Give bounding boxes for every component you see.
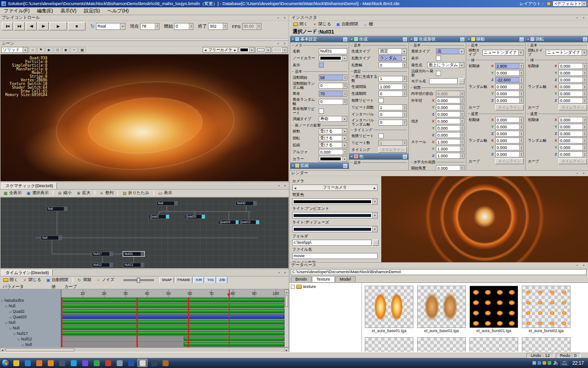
end-frame-field[interactable]: 302▲▼ (208, 23, 227, 30)
outer-radius-x-field[interactable]: 0.000▲▼ (436, 98, 464, 104)
visible-checkbox[interactable] (319, 63, 324, 68)
collapse-icon[interactable]: − (291, 285, 295, 289)
goto-end-button[interactable]: ▶▮ (14, 22, 25, 30)
spinner-buttons[interactable]: ▲▼ (460, 153, 464, 158)
menu-item-3[interactable]: 設定(S) (80, 7, 103, 15)
scroll-up-icon[interactable]: ▲ (285, 290, 288, 294)
spinner-buttons[interactable]: ▲▼ (582, 124, 587, 129)
texture-thumbnail[interactable] (417, 337, 466, 352)
panel-options-icon[interactable] (460, 37, 464, 41)
move-speed-curve-button[interactable]: タイムライン (495, 158, 524, 164)
vanish-type-dropdown[interactable]: 寿命▼ (319, 116, 347, 122)
expand-icon[interactable]: ▷ (14, 332, 16, 335)
spinner-buttons[interactable]: ▲▼ (402, 112, 407, 117)
normal-emit-checkbox[interactable] (436, 71, 441, 76)
schematic-node-Quad20[interactable]: Quad20 (184, 214, 205, 219)
life-infinite-repeat-checkbox[interactable] (319, 109, 324, 114)
move-value-x-field[interactable]: 2.800▲▼ (495, 63, 524, 69)
snap-button[interactable]: SNAP (159, 277, 174, 283)
pin-icon[interactable]: ▪ (276, 41, 281, 46)
spinner-buttons[interactable]: ▲▼ (402, 140, 407, 145)
color-picker[interactable]: ▼ (319, 156, 347, 162)
start-button[interactable] (1, 359, 10, 367)
layout-dropdown[interactable]: <デフォルト>▼ (553, 1, 587, 6)
spinner-buttons[interactable]: ▲▼ (519, 117, 523, 122)
menu-item-4[interactable]: ヘルプ(H) (103, 7, 132, 15)
pin-icon[interactable]: ▪ (575, 263, 580, 268)
timeline-hscrollbar[interactable]: ◀ ▶ (0, 347, 289, 352)
rotate-value-z-field[interactable]: 0.000▲▼ (559, 77, 587, 83)
timeline-ruler[interactable]: 102030405060708090100 (61, 289, 284, 298)
close-icon[interactable]: × (282, 16, 287, 20)
emit-point-dropdown[interactable]: 面上にランダム▼ (427, 62, 464, 68)
schematic-node-Quad12[interactable]: Quad12 (238, 220, 260, 224)
frame-button[interactable]: FRAME (175, 277, 192, 283)
timeline-track-row[interactable] (61, 325, 284, 331)
spinner-buttons[interactable]: ▲▼ (582, 84, 587, 89)
expand-icon[interactable]: ▷ (10, 310, 12, 313)
column-header[interactable]: ▼回転 (526, 36, 588, 42)
render-camera-selector[interactable]: ◀フリーカメラ▶ (292, 184, 378, 191)
spinner-buttons[interactable]: ▲▼ (519, 124, 523, 129)
life-random-field[interactable]: 0▲▼ (319, 99, 347, 105)
timeline-bar[interactable] (61, 304, 284, 308)
app-icon[interactable] (114, 359, 124, 367)
texture-thumbnail[interactable]: et_aura_base01.tga (365, 286, 413, 334)
play-button[interactable]: ▶ (50, 22, 67, 30)
horizontal-button[interactable]: →横 (361, 21, 375, 28)
expand-icon[interactable]: ▷ (18, 338, 20, 341)
render-ambient-color-picker[interactable]: ▼ (292, 212, 378, 218)
timeline-bar[interactable] (184, 342, 284, 346)
step-forward-button[interactable]: ▮▶ (38, 22, 49, 30)
scroll-right-icon[interactable]: ▶ (284, 348, 289, 352)
timeline-bar[interactable] (184, 337, 284, 341)
render-filename-field[interactable]: movie (292, 253, 378, 259)
rotate-speed-y-field[interactable]: 0.000▲▼ (559, 124, 587, 130)
activity-start-field[interactable]: 58▲▼ (319, 75, 347, 80)
spinner-buttons[interactable]: ▲▼ (402, 63, 407, 68)
menu-item-1[interactable]: 編集(E) (33, 7, 57, 15)
stop-button[interactable]: ■ (68, 22, 85, 30)
x-r-button[interactable]: X/R (193, 277, 204, 283)
tilt-x-field[interactable]: 0.000▲▼ (436, 118, 464, 124)
timeline-bar[interactable] (61, 331, 284, 335)
prev-camera-icon[interactable]: ◀ (294, 186, 296, 190)
panel-options-icon[interactable] (583, 37, 587, 41)
shape-type-dropdown[interactable]: 点▼ (436, 48, 464, 54)
grid-icon[interactable]: ▦ (79, 47, 86, 53)
spinner-buttons[interactable]: ▲▼ (519, 77, 523, 82)
spinner-buttons[interactable]: ▲▼ (582, 70, 587, 75)
folder-icon[interactable] (11, 359, 21, 367)
timeline-tree-row[interactable]: ▷hatudoufire (0, 298, 61, 303)
camera-selector[interactable]: ◀フリーカメラ▶ (203, 47, 238, 53)
shading-dropdown[interactable]: ソリッド▼ (1, 47, 28, 53)
office-icon[interactable] (45, 359, 56, 367)
timeline-bar[interactable] (61, 315, 284, 319)
zoom-in-button[interactable]: ⊕拡大 (74, 190, 92, 196)
play-mode-dropdown[interactable]: Real▼ (96, 23, 125, 30)
taskbar-clock[interactable]: 22:17 (570, 361, 587, 366)
rotate-speed-random-z-field[interactable]: 0.000▲▼ (559, 151, 587, 157)
move-value-y-field[interactable]: 0.000▲▼ (495, 70, 524, 76)
next-camera-icon[interactable]: ▶ (234, 48, 236, 52)
inherit-rotate-dropdown[interactable]: 受ける▼ (319, 135, 347, 141)
schematic-node-Null[interactable]: Null (46, 207, 68, 211)
move-speed-z-field[interactable]: 0.000▲▼ (495, 131, 524, 137)
outer-radius-y-field[interactable]: 0.000▲▼ (436, 104, 464, 110)
rotate-speed-z-field[interactable]: 0.000▲▼ (559, 131, 587, 137)
spinner-buttons[interactable]: ▲▼ (402, 105, 407, 110)
panel-options-icon[interactable] (403, 37, 407, 41)
lock-icon[interactable] (547, 2, 551, 6)
interval-field[interactable]: 0▲▼ (379, 111, 407, 117)
spinner-buttons[interactable]: ▲▼ (582, 145, 587, 150)
texture-thumbnail[interactable] (365, 337, 413, 352)
spinner-buttons[interactable]: ▲▼ (582, 117, 587, 122)
app-icon[interactable] (103, 359, 113, 367)
spinner-buttons[interactable]: ▲▼ (519, 138, 523, 143)
pin-icon[interactable]: ▪ (277, 270, 282, 275)
schematic-node-Null13[interactable]: Null13 (123, 263, 144, 267)
schematic-node-Null[interactable]: Null (157, 201, 178, 206)
app-icon[interactable] (57, 359, 67, 367)
spinner-buttons[interactable]: ▲▼ (582, 77, 587, 82)
clock-icon[interactable]: ◷ (54, 47, 61, 53)
